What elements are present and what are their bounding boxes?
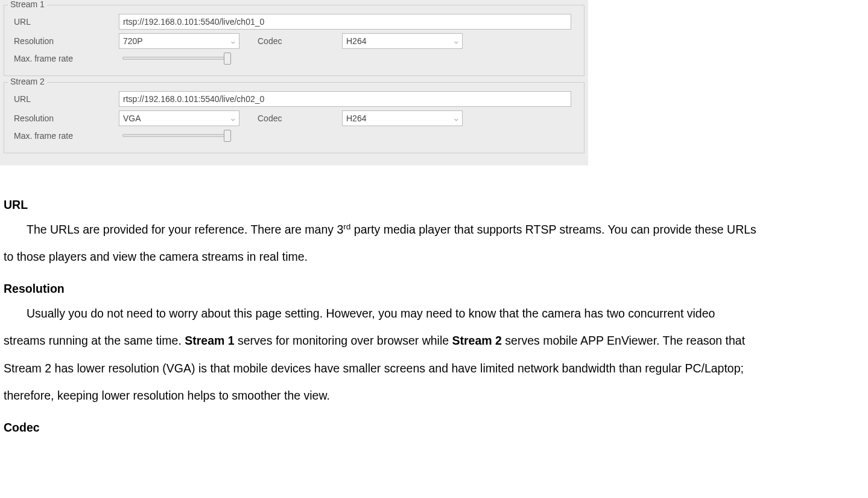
resolution-paragraph-line3: Stream 2 has lower resolution (VGA) is t… <box>4 358 864 379</box>
stream1-bold: Stream 1 <box>185 334 234 347</box>
slider-thumb[interactable] <box>224 53 231 65</box>
resolution-paragraph-line4: therefore, keeping lower resolution help… <box>4 385 864 406</box>
stream2-fieldset: Stream 2 URL Resolution VGA ⌵ Codec H264… <box>4 82 584 153</box>
chevron-down-icon: ⌵ <box>231 37 235 45</box>
stream1-legend: Stream 1 <box>8 0 47 9</box>
documentation-text: URL The URLs are provided for your refer… <box>0 165 868 448</box>
chevron-down-icon: ⌵ <box>454 37 458 45</box>
stream-config-panel: Stream 1 URL Resolution 720P ⌵ Codec H26… <box>0 0 588 165</box>
url-paragraph-line1: The URLs are provided for your reference… <box>4 219 864 240</box>
stream1-url-label: URL <box>10 17 119 27</box>
resolution-heading: Resolution <box>4 278 864 299</box>
chevron-down-icon: ⌵ <box>454 115 458 123</box>
stream2-resolution-value: VGA <box>123 113 141 123</box>
url-heading: URL <box>4 194 864 215</box>
slider-track <box>122 134 231 137</box>
stream2-resolution-label: Resolution <box>10 113 119 123</box>
chevron-down-icon: ⌵ <box>231 115 235 123</box>
stream1-codec-select[interactable]: H264 ⌵ <box>342 33 463 49</box>
stream1-framerate-slider[interactable] <box>122 53 231 65</box>
stream1-resolution-select[interactable]: 720P ⌵ <box>119 33 239 49</box>
stream1-codec-value: H264 <box>346 36 366 46</box>
resolution-paragraph-line1: Usually you do not need to worry about t… <box>4 303 864 324</box>
slider-thumb[interactable] <box>224 130 231 142</box>
stream1-resolution-label: Resolution <box>10 36 119 46</box>
stream2-url-input[interactable] <box>119 91 571 107</box>
stream2-legend: Stream 2 <box>8 77 47 86</box>
stream1-fieldset: Stream 1 URL Resolution 720P ⌵ Codec H26… <box>4 5 584 76</box>
stream2-bold: Stream 2 <box>452 334 502 347</box>
stream2-codec-select[interactable]: H264 ⌵ <box>342 110 463 126</box>
stream1-resolution-value: 720P <box>123 36 143 46</box>
resolution-paragraph-line2: streams running at the same time. Stream… <box>4 330 864 351</box>
stream2-resolution-select[interactable]: VGA ⌵ <box>119 110 239 126</box>
stream2-framerate-slider[interactable] <box>122 130 231 142</box>
stream2-codec-value: H264 <box>346 113 366 123</box>
url-paragraph-line2: to those players and view the camera str… <box>4 246 864 267</box>
stream1-codec-label: Codec <box>239 36 342 46</box>
codec-heading: Codec <box>4 417 864 438</box>
stream1-url-input[interactable] <box>119 14 571 30</box>
stream2-codec-label: Codec <box>239 113 342 123</box>
stream2-framerate-label: Max. frame rate <box>10 131 119 141</box>
slider-track <box>122 57 231 60</box>
stream1-framerate-label: Max. frame rate <box>10 54 119 63</box>
stream2-url-label: URL <box>10 94 119 104</box>
ordinal-sup: rd <box>343 222 350 231</box>
